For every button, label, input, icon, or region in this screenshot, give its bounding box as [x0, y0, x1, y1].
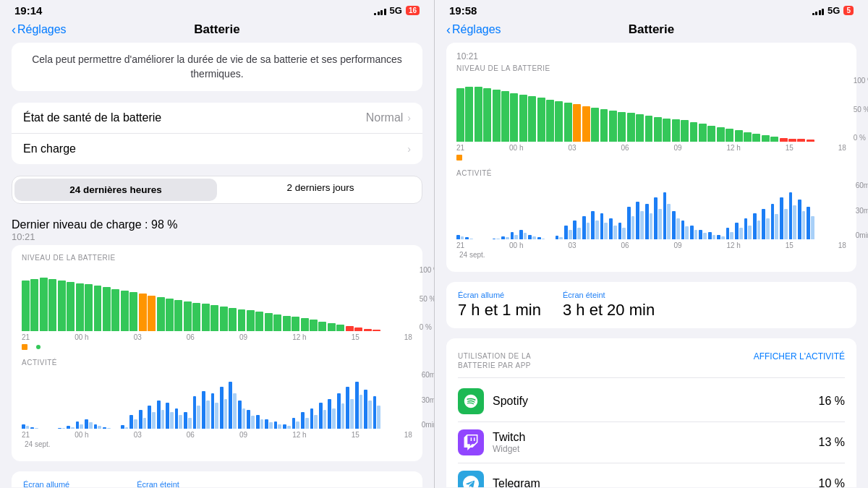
right-battery-y-labels: 100 % 50 % 0 %: [854, 77, 868, 142]
right-screen-off-label: Écran éteint: [563, 291, 655, 299]
activity-group-28: [708, 181, 715, 239]
charging-row[interactable]: En charge ›: [12, 134, 422, 164]
activity-group-36: [346, 371, 353, 429]
battery-bar-6: [76, 283, 84, 332]
time-range-selector[interactable]: 24 dernières heures 2 derniers jours: [12, 176, 422, 204]
activity-group-17: [175, 371, 182, 429]
spotify-icon: [458, 388, 484, 414]
activity-group-39: [373, 371, 380, 429]
info-card: Cela peut permettre d'améliorer la durée…: [12, 43, 422, 91]
twitch-icon: [458, 429, 484, 455]
activity-group-6: [76, 371, 83, 429]
battery-bar-8: [94, 286, 102, 331]
battery-bar-28: [707, 126, 715, 142]
battery-bar-31: [735, 130, 743, 142]
activity-group-29: [283, 371, 290, 429]
right-network-label: 5G: [827, 5, 840, 16]
segment-2days[interactable]: 2 derniers jours: [219, 176, 422, 203]
left-back-button[interactable]: ‹ Réglages: [12, 22, 67, 38]
battery-bar-27: [699, 124, 707, 142]
battery-bar-11: [121, 291, 129, 331]
battery-bar-35: [336, 325, 344, 331]
battery-bar-2: [475, 87, 482, 142]
battery-bar-21: [645, 116, 653, 142]
left-status-bar: 19:14 5G 16: [0, 0, 434, 20]
battery-bar-25: [247, 310, 255, 331]
battery-bar-22: [654, 117, 662, 142]
show-activity-button[interactable]: AFFICHER L'ACTIVITÉ: [754, 351, 845, 361]
activity-group-4: [493, 181, 500, 239]
battery-bar-4: [493, 90, 501, 142]
activity-group-2: [475, 181, 482, 239]
battery-bar-19: [192, 303, 200, 332]
activity-bars: [22, 371, 380, 429]
app-row-telegram[interactable]: Telegram 10 %: [458, 463, 845, 487]
battery-bar-37: [788, 139, 796, 142]
activity-group-38: [798, 181, 805, 239]
battery-bar-13: [139, 294, 147, 331]
left-phone-panel: 19:14 5G 16 ‹ Réglages Batterie Cela peu…: [0, 0, 434, 488]
activity-group-10: [546, 181, 553, 239]
battery-bar-30: [726, 129, 733, 142]
activity-group-11: [556, 181, 563, 239]
right-status-bar: 19:58 5G 5: [435, 0, 868, 20]
activity-group-21: [211, 371, 218, 429]
battery-bar-1: [465, 87, 473, 142]
telegram-icon: [458, 471, 484, 487]
battery-bar-21: [210, 305, 218, 331]
activity-group-5: [501, 181, 509, 239]
right-back-label: Réglages: [452, 23, 501, 36]
activity-group-21: [645, 181, 652, 239]
activity-group-30: [292, 371, 299, 429]
activity-group-28: [274, 371, 281, 429]
battery-bar-11: [555, 101, 563, 142]
activity-group-19: [627, 181, 634, 239]
battery-bar-17: [609, 111, 617, 142]
battery-bar-16: [600, 109, 608, 142]
right-page-title: Batterie: [629, 22, 674, 37]
app-row-spotify[interactable]: Spotify 16 %: [458, 381, 845, 422]
activity-group-26: [690, 181, 697, 239]
battery-bar-9: [103, 287, 111, 331]
activity-x-labels: 21 00 h 03 06 09 12 h 15 18: [22, 429, 412, 439]
activity-group-8: [528, 181, 535, 239]
battery-bar-15: [157, 297, 165, 331]
right-back-button[interactable]: ‹ Réglages: [446, 22, 501, 38]
activity-group-9: [537, 181, 545, 239]
right-signal-icon: [812, 7, 825, 15]
battery-bar-24: [238, 309, 246, 332]
segment-24h[interactable]: 24 dernières heures: [14, 179, 217, 201]
right-battery-chart-label: NIVEAU DE LA BATTERIE: [456, 64, 846, 72]
right-battery-legend: [456, 155, 846, 160]
activity-group-22: [220, 371, 227, 429]
battery-bar-18: [184, 301, 192, 331]
activity-group-20: [202, 371, 209, 429]
right-screen-off-item: Écran éteint 3 h et 20 min: [563, 291, 655, 320]
battery-bar-37: [354, 328, 362, 331]
battery-health-row[interactable]: État de santé de la batterie Normal ›: [12, 103, 422, 134]
left-nav-bar: ‹ Réglages Batterie: [0, 20, 434, 43]
screen-off-label: Écran éteint: [137, 480, 229, 487]
battery-bar-10: [546, 100, 554, 142]
activity-section: ACTIVITÉ 60min 30min 0min 21 00 h 03 06 …: [22, 359, 412, 453]
battery-bar-29: [717, 127, 725, 142]
activity-group-16: [600, 181, 608, 239]
spotify-pct: 16 %: [819, 395, 845, 408]
charging-label: En charge: [23, 142, 76, 155]
activity-group-29: [717, 181, 724, 239]
activity-group-15: [591, 181, 598, 239]
right-back-chevron-icon: ‹: [446, 22, 451, 38]
spotify-info: Spotify: [493, 395, 819, 408]
screen-on-label: Écran allumé: [23, 480, 115, 487]
activity-group-33: [319, 371, 326, 429]
app-row-twitch[interactable]: Twitch Widget 13 %: [458, 422, 845, 463]
activity-group-3: [483, 181, 490, 239]
right-battery-bars: [456, 77, 814, 142]
activity-group-38: [364, 371, 371, 429]
battery-bar-32: [744, 132, 752, 142]
battery-bar-8: [528, 96, 536, 142]
battery-bar-39: [373, 330, 380, 332]
back-label: Réglages: [17, 23, 67, 36]
screen-time-section: Écran allumé 6 h et 11 min Écran éteint …: [12, 471, 422, 487]
activity-group-32: [744, 181, 752, 239]
